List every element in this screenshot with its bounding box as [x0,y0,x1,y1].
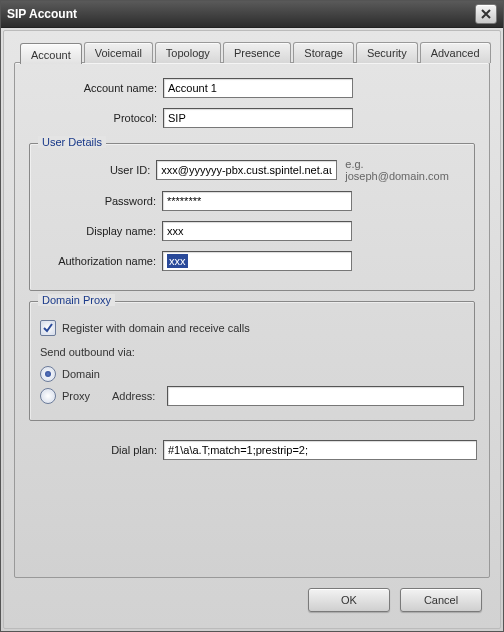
password-input[interactable] [162,191,352,211]
close-icon [481,9,491,19]
domain-proxy-legend: Domain Proxy [38,294,115,306]
tab-presence[interactable]: Presence [223,42,291,63]
user-details-legend: User Details [38,136,106,148]
close-button[interactable] [475,4,497,24]
tab-advanced[interactable]: Advanced [420,42,491,63]
register-checkbox[interactable] [40,320,56,336]
sip-account-window: SIP Account Account Voicemail Topology P… [0,0,504,632]
send-outbound-label: Send outbound via: [40,346,464,358]
titlebar: SIP Account [1,1,503,28]
auth-name-label: Authorization name: [40,255,162,267]
dial-plan-input[interactable] [163,440,477,460]
checkmark-icon [42,322,54,334]
window-title: SIP Account [7,7,77,21]
tab-storage[interactable]: Storage [293,42,354,63]
display-name-input[interactable] [162,221,352,241]
account-name-input[interactable] [163,78,353,98]
cancel-button[interactable]: Cancel [400,588,482,612]
tab-topology[interactable]: Topology [155,42,221,63]
auth-name-input[interactable]: xxx [162,251,352,271]
ok-button[interactable]: OK [308,588,390,612]
proxy-radio[interactable] [40,388,56,404]
dial-plan-label: Dial plan: [27,444,163,456]
dialog-footer: OK Cancel [14,578,490,618]
proxy-address-input[interactable] [167,386,464,406]
user-id-hint: e.g. joseph@domain.com [345,158,464,182]
tab-security[interactable]: Security [356,42,418,63]
account-name-label: Account name: [27,82,163,94]
protocol-input[interactable] [163,108,353,128]
domain-radio[interactable] [40,366,56,382]
user-id-label: User ID: [40,164,156,176]
register-label: Register with domain and receive calls [62,322,250,334]
tabs-row: Account Voicemail Topology Presence Stor… [14,41,490,62]
user-id-input[interactable] [156,160,337,180]
client-area: Account Voicemail Topology Presence Stor… [3,30,501,629]
domain-proxy-group: Domain Proxy Register with domain and re… [29,301,475,421]
tab-voicemail[interactable]: Voicemail [84,42,153,63]
user-details-group: User Details User ID: e.g. joseph@domain… [29,143,475,291]
auth-name-selected-text: xxx [167,254,188,268]
protocol-label: Protocol: [27,112,163,124]
password-label: Password: [40,195,162,207]
account-panel: Account name: Protocol: User Details Use… [14,62,490,578]
display-name-label: Display name: [40,225,162,237]
proxy-radio-label: Proxy [62,390,106,402]
address-label: Address: [112,390,155,402]
tab-account[interactable]: Account [20,43,82,64]
domain-radio-label: Domain [62,368,100,380]
